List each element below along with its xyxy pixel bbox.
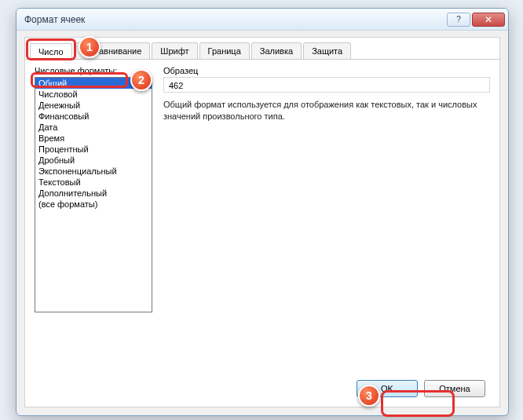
sample-label: Образец — [163, 66, 490, 75]
list-item[interactable]: Процентный — [35, 144, 152, 155]
help-button[interactable]: ? — [447, 13, 470, 27]
list-item-label: Числовой — [38, 89, 78, 99]
annotation-badge: 3 — [358, 385, 380, 407]
tab-label: Шрифт — [160, 46, 188, 56]
list-item[interactable]: Денежный — [35, 100, 152, 111]
tab-font[interactable]: Шрифт — [152, 42, 197, 59]
button-label: Отмена — [439, 384, 470, 393]
close-button[interactable]: ✕ — [472, 13, 505, 27]
list-item-label: Денежный — [38, 100, 80, 110]
tab-content: Числовые форматы: Общий Числовой Денежны… — [25, 60, 499, 319]
close-icon: ✕ — [485, 14, 492, 25]
list-item-label: Дробный — [38, 155, 75, 165]
tab-number[interactable]: Число — [30, 43, 72, 60]
titlebar: Формат ячеек ? ✕ — [16, 9, 508, 31]
tab-label: Граница — [208, 46, 241, 56]
list-item-label: Дата — [38, 122, 57, 132]
sample-value: 462 — [163, 77, 490, 93]
formats-listbox[interactable]: Общий Числовой Денежный Финансовый Дата … — [35, 77, 152, 312]
list-item-label: Процентный — [38, 144, 89, 154]
list-item[interactable]: Финансовый — [35, 111, 152, 122]
tab-fill[interactable]: Заливка — [251, 42, 302, 59]
help-icon: ? — [456, 15, 461, 24]
list-item-label: Финансовый — [38, 111, 89, 121]
annotation-badge: 2 — [130, 69, 152, 91]
format-description: Общий формат используется для отображени… — [163, 99, 485, 122]
list-item[interactable]: Дата — [35, 122, 152, 133]
list-item[interactable]: Дополнительный — [35, 188, 152, 199]
format-column: Числовые форматы: Общий Числовой Денежны… — [35, 66, 152, 312]
button-label: OK — [381, 384, 393, 393]
tab-border[interactable]: Граница — [199, 42, 250, 59]
tab-label: Защита — [312, 46, 342, 56]
annotation-badge: 1 — [79, 36, 101, 58]
tab-protection[interactable]: Защита — [303, 42, 351, 59]
list-item-label: Время — [38, 133, 64, 143]
list-item[interactable]: Числовой — [35, 89, 152, 100]
list-item[interactable]: (все форматы) — [35, 199, 152, 210]
tab-label: Число — [38, 47, 64, 57]
preview-column: Образец 462 Общий формат используется дл… — [163, 66, 490, 312]
cancel-button[interactable]: Отмена — [424, 380, 485, 397]
window-title: Формат ячеек — [24, 14, 445, 25]
list-item-label: Общий — [38, 79, 67, 88]
list-item-label: Экспоненциальный — [38, 166, 117, 176]
tab-label: Заливка — [260, 46, 293, 56]
list-item[interactable]: Текстовый — [35, 177, 152, 188]
list-item-label: Текстовый — [38, 177, 81, 187]
client-area: Число Выравнивание Шрифт Граница Заливка… — [24, 37, 500, 407]
list-item[interactable]: Дробный — [35, 155, 152, 166]
list-item-label: (все форматы) — [38, 199, 97, 209]
list-item[interactable]: Время — [35, 133, 152, 144]
list-item[interactable]: Экспоненциальный — [35, 166, 152, 177]
dialog-window: Формат ячеек ? ✕ Число Выравнивание Шриф… — [16, 8, 509, 416]
list-item-label: Дополнительный — [38, 188, 107, 198]
